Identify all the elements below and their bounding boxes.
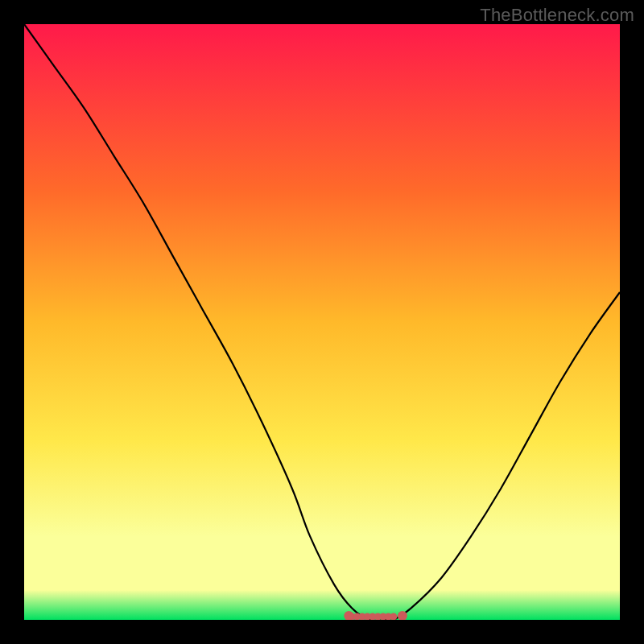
chart-frame: TheBottleneck.com — [0, 0, 644, 644]
gradient-background — [24, 24, 620, 620]
chart-svg — [24, 24, 620, 620]
attribution-label: TheBottleneck.com — [480, 5, 634, 26]
plot-area — [24, 24, 620, 620]
